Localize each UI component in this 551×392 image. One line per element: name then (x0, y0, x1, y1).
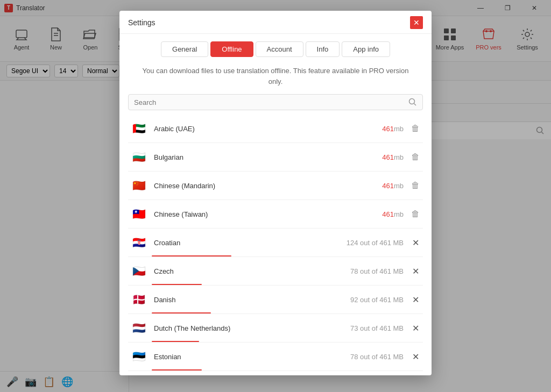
svg-line-23 (414, 104, 416, 106)
lang-size-estonian: 78 out of 461 MB (350, 353, 404, 361)
lang-size-dutch: 73 out of 461 MB (350, 324, 404, 332)
tab-app-info[interactable]: App info (342, 41, 390, 57)
lang-name-chinese-mandarin: Chinese (Mandarin) (154, 182, 376, 190)
svg-point-22 (409, 99, 415, 104)
delete-arabic-uae[interactable]: 🗑 (410, 124, 421, 133)
flag-czech: 🇨🇿 (130, 262, 147, 280)
lang-size-danish: 92 out of 461 MB (350, 296, 404, 304)
modal-close-button[interactable]: ✕ (410, 16, 423, 29)
cancel-dutch[interactable]: ✕ (410, 323, 421, 333)
flag-arabic-uae: 🇦🇪 (130, 120, 147, 137)
lang-name-croatian: Croatian (154, 239, 340, 247)
list-item: 🇹🇼 Chinese (Taiwan) 461mb 🗑 (128, 200, 423, 229)
tab-offline[interactable]: Offline (210, 41, 253, 57)
delete-chinese-mandarin[interactable]: 🗑 (410, 181, 421, 190)
lang-name-arabic-uae: Arabic (UAE) (154, 125, 376, 133)
modal-search (128, 94, 423, 110)
cancel-croatian[interactable]: ✕ (410, 238, 421, 248)
lang-size-chinese-mandarin: 461mb (382, 182, 404, 190)
list-item: 🇳🇱 Dutch (The Netherlands) 73 out of 461… (128, 314, 423, 343)
modal-overlay: Settings ✕ General Offline Account Info … (0, 0, 551, 392)
flag-estonian: 🇪🇪 (130, 348, 147, 365)
lang-size-chinese-taiwan: 461mb (382, 210, 404, 218)
flag-dutch: 🇳🇱 (130, 319, 147, 337)
modal-header: Settings ✕ (119, 11, 432, 34)
list-item: 🇨🇿 Czech 78 out of 461 MB ✕ (128, 257, 423, 286)
list-item: 🇦🇪 Arabic (UAE) 461mb 🗑 (128, 115, 423, 143)
tab-account[interactable]: Account (256, 41, 303, 57)
flag-croatian: 🇭🇷 (130, 234, 147, 251)
modal-bottom-spacer (119, 371, 432, 375)
settings-modal: Settings ✕ General Offline Account Info … (119, 11, 432, 375)
progress-croatian (152, 255, 231, 256)
info-text: You can download files to use translatio… (119, 61, 432, 94)
modal-title: Settings (128, 18, 156, 27)
flag-bulgarian: 🇧🇬 (130, 148, 147, 166)
progress-estonian (152, 369, 202, 370)
lang-name-bulgarian: Bulgarian (154, 153, 376, 161)
list-item: 🇧🇬 Bulgarian 461mb 🗑 (128, 143, 423, 172)
cancel-czech[interactable]: ✕ (410, 266, 421, 276)
modal-tabs: General Offline Account Info App info (119, 34, 432, 61)
lang-name-danish: Danish (154, 296, 344, 304)
lang-size-czech: 78 out of 461 MB (350, 267, 404, 275)
progress-danish (152, 312, 211, 313)
progress-czech (152, 284, 202, 285)
flag-chinese-mandarin: 🇨🇳 (130, 177, 147, 194)
language-list: 🇦🇪 Arabic (UAE) 461mb 🗑 🇧🇬 Bulgarian 461… (128, 115, 423, 371)
tab-general[interactable]: General (161, 41, 208, 57)
list-item: 🇪🇪 Estonian 78 out of 461 MB ✕ (128, 343, 423, 371)
flag-danish: 🇩🇰 (130, 291, 147, 308)
modal-search-icon (408, 98, 417, 106)
flag-chinese-taiwan: 🇹🇼 (130, 205, 147, 223)
lang-name-czech: Czech (154, 267, 344, 275)
progress-dutch (152, 341, 199, 342)
lang-name-chinese-taiwan: Chinese (Taiwan) (154, 210, 376, 218)
tab-info[interactable]: Info (306, 41, 340, 57)
delete-chinese-taiwan[interactable]: 🗑 (410, 209, 421, 219)
lang-size-arabic-uae: 461mb (382, 125, 404, 133)
cancel-danish[interactable]: ✕ (410, 295, 421, 305)
delete-bulgarian[interactable]: 🗑 (410, 152, 421, 162)
list-item: 🇩🇰 Danish 92 out of 461 MB ✕ (128, 286, 423, 314)
lang-name-estonian: Estonian (154, 353, 344, 361)
lang-name-dutch: Dutch (The Netherlands) (154, 324, 344, 332)
lang-size-croatian: 124 out of 461 MB (347, 239, 404, 247)
list-item: 🇨🇳 Chinese (Mandarin) 461mb 🗑 (128, 172, 423, 200)
modal-search-input[interactable] (134, 98, 408, 106)
cancel-estonian[interactable]: ✕ (410, 352, 421, 362)
list-item: 🇭🇷 Croatian 124 out of 461 MB ✕ (128, 229, 423, 257)
lang-size-bulgarian: 461mb (382, 153, 404, 161)
